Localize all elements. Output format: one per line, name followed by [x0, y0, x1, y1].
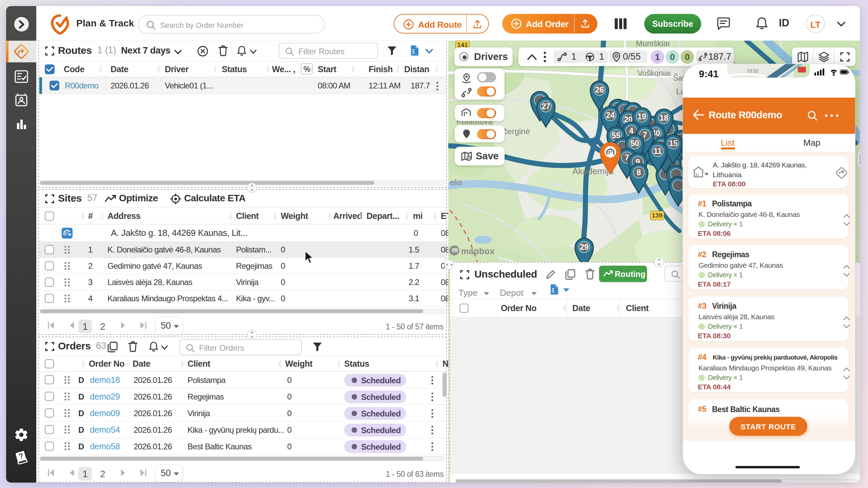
- svg-text:elis: elis: [450, 178, 462, 187]
- svg-text:4: 4: [629, 126, 634, 135]
- svg-text:7: 7: [643, 130, 647, 139]
- svg-text:18: 18: [659, 114, 668, 122]
- svg-text:26: 26: [595, 85, 604, 94]
- svg-text:Voškoniai: Voškoniai: [637, 69, 671, 78]
- svg-text:50: 50: [630, 139, 639, 148]
- svg-text:27: 27: [541, 102, 550, 111]
- svg-text:139: 139: [652, 212, 663, 219]
- svg-text:29: 29: [580, 243, 589, 251]
- svg-text:8: 8: [637, 168, 641, 177]
- svg-text:orai: orai: [747, 67, 758, 74]
- svg-text:24: 24: [606, 111, 615, 120]
- svg-text:19: 19: [637, 112, 646, 121]
- svg-text:11: 11: [654, 147, 662, 156]
- svg-text:15: 15: [669, 139, 678, 148]
- svg-text:Muniškiai: Muniškiai: [636, 41, 670, 48]
